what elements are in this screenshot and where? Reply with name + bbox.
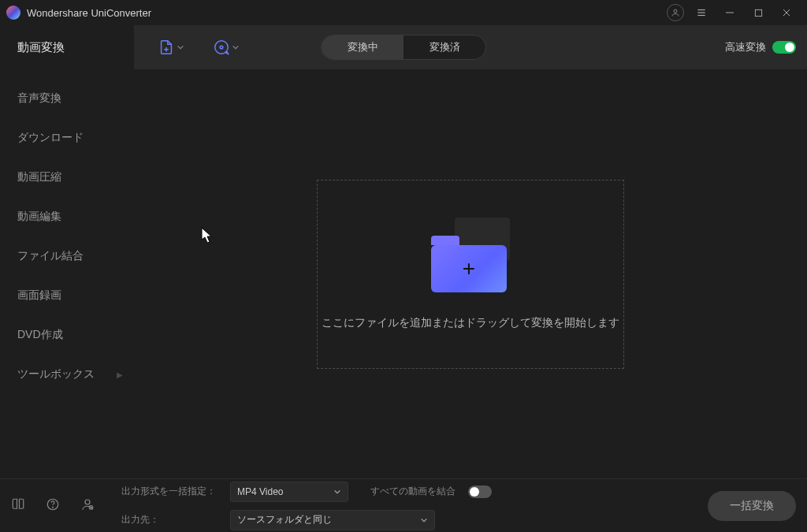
svg-rect-5 bbox=[755, 9, 761, 16]
sidebar-item-edit[interactable]: 動画編集 bbox=[0, 197, 134, 236]
fast-convert-label: 高速変換 bbox=[725, 40, 766, 54]
svg-point-11 bbox=[220, 46, 223, 49]
output-format-label: 出力形式を一括指定： bbox=[121, 485, 224, 498]
menu-icon[interactable] bbox=[687, 0, 716, 25]
output-dest-label: 出力先： bbox=[121, 513, 224, 526]
sidebar: 音声変換 ダウンロード 動画圧縮 動画編集 ファイル結合 画面録画 DVD作成 … bbox=[0, 69, 134, 478]
dropzone-text: ここにファイルを追加またはドラッグして変換を開始します bbox=[322, 316, 619, 330]
status-segmented: 変換中 変換済 bbox=[321, 35, 486, 60]
sidebar-item-toolbox[interactable]: ツールボックス▶ bbox=[0, 355, 134, 394]
tab-converting[interactable]: 変換中 bbox=[322, 35, 404, 59]
chevron-right-icon: ▶ bbox=[117, 370, 123, 379]
merge-label: すべての動画を結合 bbox=[370, 485, 456, 498]
sidebar-item-audio-convert[interactable]: 音声変換 bbox=[0, 79, 134, 118]
tab-converted[interactable]: 変換済 bbox=[404, 35, 485, 59]
tutorial-icon[interactable] bbox=[11, 497, 25, 515]
svg-point-0 bbox=[674, 9, 677, 13]
fast-convert-switch[interactable] bbox=[772, 41, 796, 54]
merge-switch[interactable] bbox=[468, 485, 492, 498]
titlebar: Wondershare UniConverter bbox=[0, 0, 807, 25]
sidebar-item-dvd[interactable]: DVD作成 bbox=[0, 315, 134, 355]
bottombar: 出力形式を一括指定： MP4 Video すべての動画を結合 出力先： ソースフ… bbox=[0, 478, 807, 532]
add-folder-icon[interactable]: + bbox=[431, 218, 510, 292]
app-title: Wondershare UniConverter bbox=[27, 7, 151, 19]
chevron-down-icon bbox=[333, 488, 341, 496]
feedback-icon[interactable] bbox=[80, 497, 95, 515]
toolbar: 動画変換 変換中 変換済 高速変換 bbox=[0, 25, 807, 69]
sidebar-item-video-convert[interactable]: 動画変換 bbox=[0, 25, 134, 69]
chevron-down-icon bbox=[232, 43, 240, 51]
account-icon[interactable] bbox=[667, 4, 684, 21]
active-tab-label: 動画変換 bbox=[17, 40, 65, 55]
svg-point-17 bbox=[53, 507, 54, 508]
chevron-down-icon bbox=[177, 43, 184, 51]
output-dest-select[interactable]: ソースフォルダと同じ bbox=[230, 510, 435, 530]
fast-convert-toggle: 高速変換 bbox=[725, 40, 796, 54]
convert-all-button[interactable]: 一括変換 bbox=[708, 491, 796, 521]
add-disc-button[interactable] bbox=[213, 39, 241, 56]
maximize-button[interactable] bbox=[744, 0, 772, 25]
sidebar-item-merge[interactable]: ファイル結合 bbox=[0, 236, 134, 276]
chevron-down-icon bbox=[420, 516, 428, 524]
svg-point-18 bbox=[85, 500, 90, 504]
output-format-select[interactable]: MP4 Video bbox=[230, 482, 348, 502]
help-icon[interactable] bbox=[46, 497, 60, 515]
sidebar-item-compress[interactable]: 動画圧縮 bbox=[0, 158, 134, 197]
app-logo-icon bbox=[6, 6, 20, 20]
dropzone[interactable]: + ここにファイルを追加またはドラッグして変換を開始します bbox=[317, 180, 624, 369]
close-button[interactable] bbox=[772, 0, 801, 25]
main-area: + ここにファイルを追加またはドラッグして変換を開始します bbox=[134, 69, 807, 478]
plus-icon: + bbox=[463, 256, 475, 281]
minimize-button[interactable] bbox=[716, 0, 744, 25]
sidebar-item-screen-record[interactable]: 画面録画 bbox=[0, 276, 134, 315]
sidebar-item-download[interactable]: ダウンロード bbox=[0, 118, 134, 158]
add-file-button[interactable] bbox=[158, 39, 186, 56]
